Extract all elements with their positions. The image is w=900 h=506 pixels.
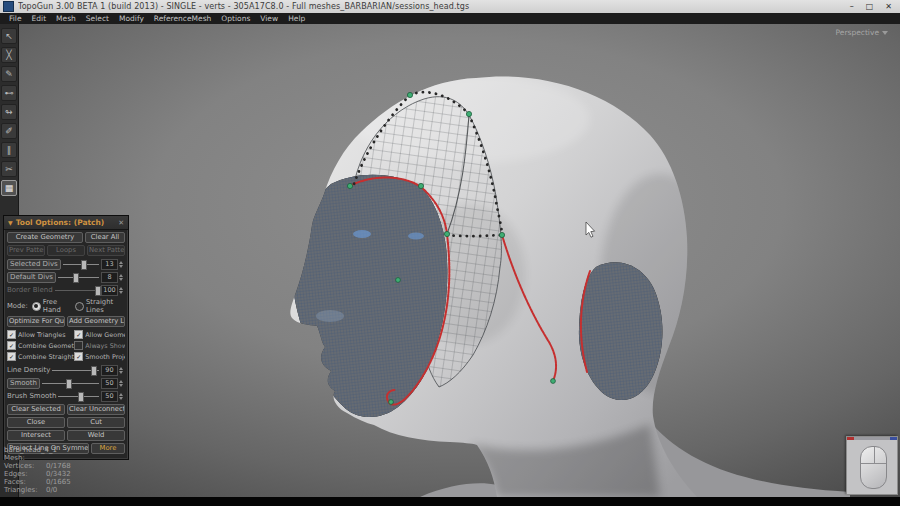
spinner-down-icon[interactable]	[119, 278, 123, 281]
minimize-button[interactable]: –	[850, 0, 854, 13]
intersect-button[interactable]: Intersect	[7, 430, 65, 441]
knife-tool[interactable]: ✂	[1, 161, 17, 177]
brush-tool[interactable]: ✐	[1, 123, 17, 139]
border-blend-slider[interactable]	[55, 290, 99, 291]
menu-item-modify[interactable]: Modify	[114, 13, 149, 24]
spinner-up-icon[interactable]	[119, 261, 123, 264]
smooth-label[interactable]: Smooth	[7, 378, 40, 389]
slider-knob[interactable]	[81, 260, 87, 270]
line-density-value[interactable]: 90	[101, 365, 118, 376]
create-geometry-button[interactable]: Create Geometry	[7, 232, 83, 243]
menu-item-options[interactable]: Options	[216, 13, 255, 24]
menu-item-file[interactable]: File	[4, 13, 27, 24]
checkbox-combine-straight-lines[interactable]: ✓Combine Straight Lines	[7, 352, 74, 361]
maximize-button[interactable]: □	[866, 0, 874, 13]
mouse-icon	[860, 446, 887, 489]
smooth-slider[interactable]	[42, 383, 99, 384]
mode-option-straight-lines[interactable]: Straight Lines	[75, 298, 125, 314]
slider-knob[interactable]	[78, 392, 84, 402]
cut-button[interactable]: Cut	[67, 417, 125, 428]
extrude-tool[interactable]: ↬	[1, 104, 17, 120]
spinner-down-icon[interactable]	[119, 397, 123, 400]
selected-divs-value[interactable]: 13	[101, 259, 118, 270]
border-blend-spinner[interactable]	[119, 287, 125, 294]
stat-label: Vertices:	[4, 462, 46, 470]
default-divs-value[interactable]: 8	[101, 272, 118, 283]
close-button[interactable]: ✕	[885, 0, 892, 13]
menu-item-edit[interactable]: Edit	[27, 13, 52, 24]
slider-knob[interactable]	[66, 379, 72, 389]
spinner-up-icon[interactable]	[119, 367, 123, 370]
menu-item-mesh[interactable]: Mesh	[51, 13, 81, 24]
brush-smooth-spinner[interactable]	[119, 393, 125, 400]
default-divs-label[interactable]: Default Divs	[7, 272, 56, 283]
next-pattern-button[interactable]: Next Pattern	[87, 245, 125, 256]
menu-item-referencemesh[interactable]: ReferenceMesh	[149, 13, 217, 24]
smooth-row: Smooth50	[4, 377, 128, 389]
tool-options-header[interactable]: ▼ Tool Options: (Patch) ✕	[4, 216, 128, 230]
checkbox-allow-geometry-lines[interactable]: ✓Allow Geometry Lines	[74, 330, 125, 339]
checkbox-smooth-project[interactable]: ✓Smooth Project	[74, 352, 125, 361]
spinner-down-icon[interactable]	[119, 371, 123, 374]
menu-item-select[interactable]: Select	[81, 13, 114, 24]
camera-dropdown-icon	[882, 31, 888, 35]
clear-selected-button[interactable]: Clear Selected	[7, 404, 65, 415]
panel-close-icon[interactable]: ✕	[118, 219, 124, 227]
selected-divs-label[interactable]: Selected Divs	[7, 259, 61, 270]
collapse-icon[interactable]: ▼	[8, 219, 13, 226]
checkbox-allow-triangles[interactable]: ✓Allow Triangles	[7, 330, 74, 339]
line-density-spinner[interactable]	[119, 367, 125, 374]
mesh-stats: barb_head_4_1Mesh:Vertices:0/1768Edges:0…	[4, 446, 71, 494]
bridge-tool[interactable]: ⊷	[1, 85, 17, 101]
draw-tool[interactable]: ✎	[1, 66, 17, 82]
checkbox-combine-geometry[interactable]: ✓Combine Geometry	[7, 341, 74, 350]
spinner-down-icon[interactable]	[119, 384, 123, 387]
extrude-tool-icon: ↬	[5, 105, 13, 119]
loops-button[interactable]: Loops	[47, 245, 85, 256]
smooth-spinner[interactable]	[119, 380, 125, 387]
smooth-value[interactable]: 50	[101, 378, 118, 389]
spinner-down-icon[interactable]	[119, 265, 123, 268]
optimize-for-quads-button[interactable]: Optimize For Quads	[7, 316, 65, 327]
selected-divs-slider[interactable]	[63, 264, 99, 265]
stat-vertices: Vertices:0/1768	[4, 462, 71, 470]
brush-smooth-slider[interactable]	[58, 396, 99, 397]
clear-unconnected-button[interactable]: Clear Unconnected	[67, 404, 125, 415]
weld-button[interactable]: Weld	[67, 430, 125, 441]
select-tool-icon: ↖	[5, 29, 13, 43]
spinner-up-icon[interactable]	[119, 380, 123, 383]
select-tool[interactable]: ↖	[1, 28, 17, 44]
default-divs-slider[interactable]	[58, 277, 99, 278]
edges-tool[interactable]: ╳	[1, 47, 17, 63]
slider-knob[interactable]	[73, 273, 79, 283]
spinner-up-icon[interactable]	[119, 274, 123, 277]
mode-option-free-hand[interactable]: Free Hand	[32, 298, 71, 314]
selected-divs-spinner[interactable]	[119, 261, 125, 268]
symmetry-tool[interactable]: ‖	[1, 142, 17, 158]
menu-item-view[interactable]: View	[255, 13, 283, 24]
mesh-object-name: barb_head_4_1	[4, 446, 71, 454]
spinner-up-icon[interactable]	[119, 287, 123, 290]
default-divs-spinner[interactable]	[119, 274, 125, 281]
more-button[interactable]: More	[91, 443, 125, 454]
patch-tool[interactable]: ▦	[1, 180, 17, 196]
mode-option-label: Straight Lines	[86, 298, 125, 314]
slider-knob[interactable]	[95, 286, 101, 296]
menu-item-help[interactable]: Help	[283, 13, 310, 24]
close-button[interactable]: Close	[7, 417, 65, 428]
spinner-up-icon[interactable]	[119, 393, 123, 396]
brush-smooth-value[interactable]: 50	[101, 391, 118, 402]
3d-viewport[interactable]	[0, 24, 900, 497]
spinner-down-icon[interactable]	[119, 291, 123, 294]
line-density-slider[interactable]	[52, 370, 99, 371]
prev-pattern-button[interactable]: Prev Pattern	[7, 245, 45, 256]
draw-tool-icon: ✎	[5, 67, 13, 81]
checkbox-icon: ✓	[7, 352, 16, 361]
camera-mode-label[interactable]: Perspective	[836, 28, 888, 37]
add-geometry-line-button[interactable]: Add Geometry Line	[67, 316, 125, 327]
patch-tool-icon: ▦	[5, 181, 14, 195]
checkbox-always-show-lines[interactable]: Always Show Lines	[74, 341, 125, 350]
clear-all-button[interactable]: Clear All	[85, 232, 125, 243]
border-blend-value[interactable]: 100	[101, 285, 118, 296]
slider-knob[interactable]	[91, 366, 97, 376]
